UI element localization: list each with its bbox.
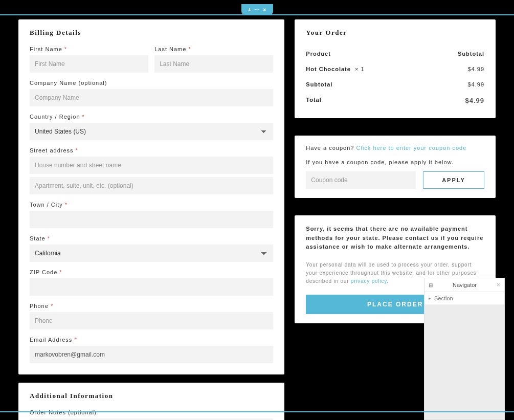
total-value: $4.99 bbox=[465, 97, 484, 104]
col-subtotal: Subtotal bbox=[458, 51, 484, 57]
state-select[interactable]: California bbox=[30, 245, 273, 262]
your-order-card: Your Order Product Subtotal Hot Chocolat… bbox=[295, 19, 496, 118]
email-label: Email Address * bbox=[30, 337, 273, 343]
coupon-link[interactable]: Click here to enter your coupon code bbox=[356, 145, 467, 151]
company-label: Company Name (optional) bbox=[30, 80, 273, 86]
coupon-note: If you have a coupon code, please apply … bbox=[306, 159, 484, 165]
handle-grip-icon[interactable]: ⋯ bbox=[254, 7, 260, 13]
apply-button[interactable]: APPLY bbox=[423, 171, 484, 189]
street-input-1[interactable] bbox=[30, 157, 273, 174]
navigator-item[interactable]: ▸ Section bbox=[424, 292, 504, 305]
privacy-link[interactable]: privacy policy bbox=[351, 278, 387, 284]
coupon-card: Have a coupon? Click here to enter your … bbox=[295, 136, 496, 198]
last-name-input[interactable] bbox=[154, 55, 273, 73]
city-input[interactable] bbox=[30, 211, 273, 228]
phone-label: Phone * bbox=[30, 303, 273, 309]
phone-input[interactable] bbox=[30, 312, 273, 329]
zip-input[interactable] bbox=[30, 278, 273, 296]
total-label: Total bbox=[306, 97, 321, 104]
country-select[interactable]: United States (US) bbox=[30, 123, 273, 140]
subtotal-value: $4.99 bbox=[467, 81, 484, 87]
handle-plus-icon[interactable]: + bbox=[248, 7, 251, 13]
order-title: Your Order bbox=[306, 29, 484, 37]
subtotal-label: Subtotal bbox=[306, 81, 332, 87]
navigator-title: Navigator bbox=[453, 282, 477, 288]
email-input[interactable] bbox=[30, 346, 273, 363]
street-label: Street address * bbox=[30, 147, 273, 153]
top-nav bbox=[484, 0, 509, 1]
bottom-divider bbox=[0, 411, 514, 412]
street-input-2[interactable] bbox=[30, 177, 273, 194]
city-label: Town / City * bbox=[30, 202, 273, 208]
top-bar: + ⋯ × bbox=[0, 0, 514, 15]
navigator-collapse-icon[interactable]: ⊟ bbox=[429, 282, 433, 288]
additional-title: Additional Information bbox=[30, 392, 273, 400]
handle-close-icon[interactable]: × bbox=[263, 7, 266, 13]
zip-label: ZIP Code * bbox=[30, 269, 273, 275]
order-item-name: Hot Chocolate × 1 bbox=[306, 66, 364, 72]
company-input[interactable] bbox=[30, 89, 273, 106]
first-name-label: First Name * bbox=[30, 46, 148, 52]
billing-title: Billing Details bbox=[30, 29, 273, 37]
editor-handle[interactable]: + ⋯ × bbox=[241, 4, 273, 15]
navigator-close-icon[interactable]: × bbox=[497, 281, 500, 289]
additional-info-card: Additional Information Order Notes (opti… bbox=[18, 383, 284, 420]
country-label: Country / Region * bbox=[30, 114, 273, 120]
col-product: Product bbox=[306, 51, 331, 57]
coupon-input[interactable] bbox=[306, 171, 416, 189]
first-name-input[interactable] bbox=[30, 55, 148, 73]
state-label: State * bbox=[30, 235, 273, 241]
coupon-question: Have a coupon? bbox=[306, 145, 354, 151]
chevron-right-icon: ▸ bbox=[429, 296, 431, 301]
payment-notice: Sorry, it seems that there are no availa… bbox=[306, 225, 484, 252]
order-item-price: $4.99 bbox=[467, 66, 484, 72]
navigator-item-label: Section bbox=[434, 295, 453, 301]
order-notes-label: Order Notes (optional) bbox=[30, 409, 273, 415]
navigator-panel[interactable]: ⊟ Navigator × ▸ Section bbox=[424, 278, 505, 420]
billing-details-card: Billing Details First Name * Last Name *… bbox=[18, 19, 284, 374]
last-name-label: Last Name * bbox=[154, 46, 273, 52]
